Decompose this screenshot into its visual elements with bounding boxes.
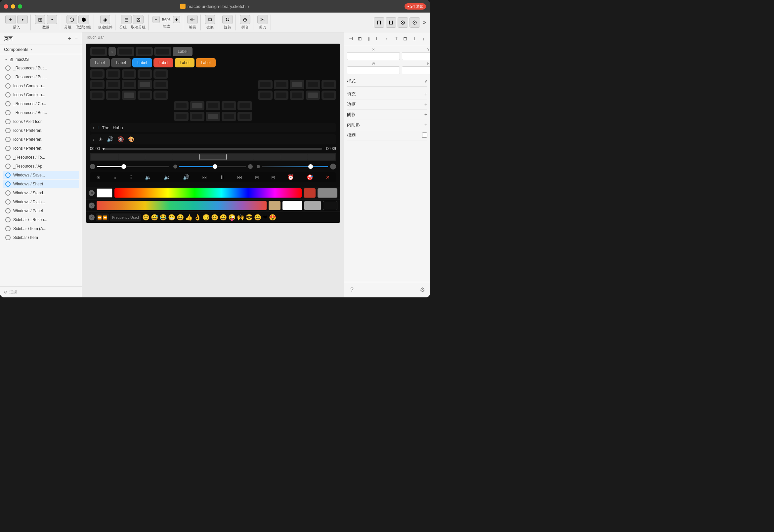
sidebar-items-list[interactable]: ▾ 🖥 macOS _Resources / But... _Resources…	[0, 54, 82, 286]
play-pause-icon[interactable]: ⏸	[220, 174, 225, 180]
sidebar-item-windows-save[interactable]: Windows / Save...	[3, 171, 79, 179]
sidebar-item-sidebar-resou[interactable]: Sidebar / _Resou...	[3, 215, 79, 224]
clock-icon[interactable]: ⏰	[288, 174, 294, 180]
sidebar-item-windows-dialo[interactable]: Windows / Dialo...	[3, 198, 79, 206]
edit-button[interactable]: ✏	[187, 15, 198, 24]
sidebar-item-icons-pref-3[interactable]: Icons / Preferen...	[3, 144, 79, 153]
sidebar-item-windows-panel[interactable]: Windows / Panel	[3, 207, 79, 215]
minimize-button[interactable]	[11, 4, 15, 9]
h-input[interactable]	[402, 66, 430, 74]
airplay-icon[interactable]: 🎯	[307, 174, 313, 180]
rp-align-left[interactable]: ⊣	[347, 34, 355, 43]
back-media-icon[interactable]: ‹	[93, 137, 94, 142]
canvas-area[interactable]: Touch Bar ›	[82, 32, 344, 297]
label-button-1[interactable]: Label	[90, 58, 110, 67]
volume-icon[interactable]: 🔊	[107, 136, 113, 142]
sidebar-item-resources-ap[interactable]: _Resources / Ap...	[3, 162, 79, 171]
sidebar-item-icons-pref-1[interactable]: Icons / Preferen...	[3, 126, 79, 135]
vol-up-icon[interactable]: 🔊	[183, 174, 189, 180]
notification-badge[interactable]: ● 2个通知	[405, 3, 426, 10]
sidebar-item-icons-context-1[interactable]: Icons / Contextu...	[3, 82, 79, 90]
grid2-icon[interactable]: ⊟	[271, 175, 275, 180]
data-button[interactable]: ⊞	[35, 15, 45, 24]
cut-button[interactable]: ✂	[257, 15, 268, 24]
shadow-add-button[interactable]: +	[424, 112, 427, 118]
intersect-button[interactable]: ⊗	[398, 17, 408, 28]
label-button-2[interactable]: Label	[111, 58, 131, 67]
insert-dropdown[interactable]: ▾	[17, 15, 28, 24]
sidebar-item-resources-but-3[interactable]: _Resources / But...	[3, 108, 79, 117]
sidebar-item-windows-stand[interactable]: Windows / Stand...	[3, 189, 79, 197]
pages-menu-button[interactable]: ≡	[75, 35, 78, 42]
sidebar-item-icons-pref-2[interactable]: Icons / Preferen...	[3, 135, 79, 144]
fit-button[interactable]: ⊕	[240, 15, 251, 24]
sidebar-item-resources-but-1[interactable]: _Resources / But...	[3, 64, 79, 72]
inner-shadow-add-button[interactable]: +	[424, 122, 427, 128]
sidebar-item-icons-alert[interactable]: Icons / Alert Icon	[3, 117, 79, 126]
label-button-default[interactable]: Label	[173, 47, 192, 56]
sidebar-group-macos[interactable]: ▾ 🖥 macOS	[3, 56, 79, 63]
more-button[interactable]: »	[421, 19, 427, 26]
label-button-blue[interactable]: Label	[132, 58, 152, 67]
distribute-button[interactable]: ⊟	[121, 15, 132, 24]
rp-flip-v[interactable]: ↕	[420, 34, 427, 43]
vol-off-icon[interactable]: 🔈	[145, 174, 151, 180]
skip-fwd-icon[interactable]: ⏭	[237, 174, 243, 180]
exclude-button[interactable]: ⊘	[409, 17, 420, 28]
group-button[interactable]: ⬡	[66, 15, 77, 24]
label-button-red[interactable]: Label	[153, 58, 173, 67]
color-icon[interactable]: 🎨	[128, 136, 135, 142]
create-component-button[interactable]: ◈	[100, 15, 110, 24]
brightness-low-icon[interactable]: ☀	[96, 175, 100, 180]
close-playback-icon[interactable]: ✕	[326, 174, 330, 180]
fill-add-button[interactable]: +	[424, 91, 427, 97]
help-button[interactable]: ?	[347, 285, 357, 295]
add-page-button[interactable]: ＋	[67, 35, 72, 42]
grid-icon[interactable]: ⊞	[255, 175, 259, 180]
rp-align-center-v[interactable]: ⊟	[402, 34, 409, 43]
y-input[interactable]	[402, 52, 430, 60]
blur-checkbox[interactable]	[422, 133, 427, 138]
w-input[interactable]	[347, 66, 400, 74]
undistribute-button[interactable]: ⊠	[133, 15, 143, 24]
data-dropdown[interactable]: ▾	[47, 15, 57, 24]
brightness-group-icon[interactable]: ⠿	[129, 175, 132, 180]
sidebar-item-icons-context-2[interactable]: Icons / Contextu...	[3, 91, 79, 99]
merge-shape-button[interactable]: ⊓	[374, 17, 384, 28]
brightness-med-icon[interactable]: ☼	[113, 175, 117, 180]
nav-back-icon[interactable]: ›	[93, 125, 94, 130]
maximize-button[interactable]	[18, 4, 22, 9]
settings-button[interactable]: ⚙	[417, 285, 427, 295]
transform-button[interactable]: ⧉	[205, 15, 215, 24]
label-button-orange[interactable]: Label	[196, 58, 216, 67]
rp-flip-h[interactable]: ↔	[383, 34, 391, 43]
rp-align-bottom[interactable]: ⊥	[410, 34, 418, 43]
rp-align-center-h[interactable]: ⊞	[356, 34, 364, 43]
sidebar-item-sidebar-item[interactable]: Sidebar / Item	[3, 233, 79, 242]
sidebar-item-resources-co[interactable]: _Resources / Co...	[3, 99, 79, 108]
ungroup-button[interactable]: ⬢	[78, 15, 89, 24]
zoom-out-button[interactable]: −	[152, 16, 160, 23]
sidebar-item-resources-but-2[interactable]: _Resources / But...	[3, 73, 79, 81]
sidebar-item-windows-sheet[interactable]: Windows / Sheet	[3, 180, 79, 188]
close-color-2[interactable]: ✕	[89, 203, 95, 209]
sidebar-item-sidebar-item-a[interactable]: Sidebar / Item (A...	[3, 224, 79, 233]
sidebar-item-resources-to[interactable]: _Resources / To...	[3, 153, 79, 162]
insert-button[interactable]: ＋	[5, 15, 16, 24]
mute-icon[interactable]: 🔇	[117, 136, 124, 142]
close-color-1[interactable]: ✕	[89, 190, 95, 196]
x-input[interactable]	[347, 52, 400, 60]
subtract-button[interactable]: ⊔	[386, 17, 396, 28]
rp-align-right[interactable]: ⊢	[374, 34, 382, 43]
style-section-header[interactable]: 样式 ∨	[347, 76, 427, 87]
border-add-button[interactable]: +	[424, 101, 427, 107]
rotate-button[interactable]: ↻	[222, 15, 233, 24]
zoom-in-button[interactable]: +	[173, 16, 180, 23]
skip-back-icon[interactable]: ⏮	[202, 174, 207, 180]
label-button-yellow[interactable]: Label	[174, 58, 195, 67]
rp-distribute-h[interactable]: ⫿	[365, 34, 373, 43]
vol-mid-icon[interactable]: 🔉	[164, 174, 170, 180]
rp-align-top[interactable]: ⊤	[392, 34, 400, 43]
close-button[interactable]	[4, 4, 8, 9]
brightness-icon[interactable]: ☀	[98, 136, 103, 142]
